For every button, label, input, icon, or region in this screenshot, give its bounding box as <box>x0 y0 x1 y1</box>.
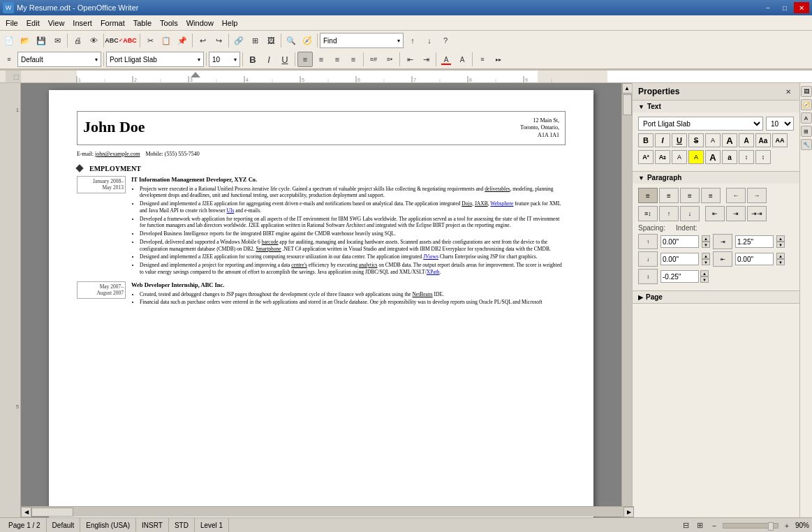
menu-format[interactable]: Format <box>96 17 129 29</box>
image-button[interactable]: 🖼 <box>263 33 279 48</box>
help-button[interactable]: ? <box>438 33 453 48</box>
superscript-button[interactable]: A² <box>638 150 654 164</box>
highlight-btn-prop[interactable]: A <box>688 150 704 164</box>
indent-before-input[interactable] <box>735 235 774 248</box>
para-spacing-btn3[interactable]: ↓ <box>680 206 700 221</box>
link-button[interactable]: 🔗 <box>231 33 246 48</box>
indent-before-spin-up[interactable]: ▲ <box>776 235 785 242</box>
print-button[interactable]: 🖨 <box>70 33 85 48</box>
text-size-down-button[interactable]: A <box>739 133 754 147</box>
font-dropdown[interactable]: Port Lligat Slab ▾ <box>106 52 204 67</box>
subscript-button[interactable]: A₂ <box>655 150 670 164</box>
maximize-button[interactable]: □ <box>777 2 792 13</box>
numbering-button[interactable]: ≡# <box>366 52 381 67</box>
gallery-side-icon[interactable]: ⊞ <box>801 126 812 137</box>
above-spin-down[interactable]: ▼ <box>702 242 710 248</box>
indent-after-input[interactable] <box>735 253 774 265</box>
below-spin-up[interactable]: ▲ <box>702 253 710 259</box>
find-button[interactable]: 🔍 <box>283 33 299 48</box>
decrease-indent-button[interactable]: ⇤ <box>402 52 418 67</box>
paragraph-section-header[interactable]: ▼ Paragraph <box>633 172 799 184</box>
small-aa-btn[interactable]: a <box>722 150 737 164</box>
redo-button[interactable]: ↪ <box>211 33 226 48</box>
size-select[interactable]: 10 <box>766 117 794 131</box>
para-spacing-btn2[interactable]: ↑ <box>659 206 679 221</box>
shadow-button[interactable]: A <box>672 150 687 164</box>
indent-after-spin-down[interactable]: ▼ <box>776 259 785 265</box>
menu-window[interactable]: Window <box>182 17 218 29</box>
font-color-button[interactable]: A <box>438 52 454 67</box>
text-size-up-button[interactable]: A <box>722 133 737 147</box>
properties-close-button[interactable]: ✕ <box>783 86 794 97</box>
bullets-button[interactable]: ≡• <box>382 52 397 67</box>
text-transform-2[interactable]: ↕ <box>755 150 771 164</box>
increase-indent-button[interactable]: ⇥ <box>418 52 434 67</box>
undo-button[interactable]: ↩ <box>195 33 210 48</box>
line-spacing-spin-down[interactable]: ▼ <box>700 276 709 283</box>
styles-list-button[interactable]: ≡ <box>1 52 17 67</box>
bold-button[interactable]: B <box>245 52 260 67</box>
line-spacing-spin-up[interactable]: ▲ <box>700 270 709 276</box>
para-align-right[interactable]: ≡ <box>680 188 700 203</box>
indent-after-spin-up[interactable]: ▲ <box>776 253 785 259</box>
scroll-left-btn[interactable]: ◀ <box>21 507 31 517</box>
navigator-side-icon[interactable]: 🧭 <box>801 99 812 110</box>
para-indent-btn2[interactable]: ⇥ <box>726 206 746 221</box>
text-transform-1[interactable]: ↕ <box>739 150 754 164</box>
para-spacing-btn1[interactable]: ≡↕ <box>638 206 658 221</box>
line-spacing-input[interactable] <box>660 270 699 283</box>
styles-side-icon[interactable]: A <box>801 112 812 124</box>
close-button[interactable]: ✕ <box>794 2 809 13</box>
above-spacing-input[interactable] <box>660 235 699 248</box>
find-dropdown[interactable]: Find ▾ <box>320 33 404 48</box>
font-select[interactable]: Port Lligat Slab <box>638 117 763 131</box>
highlight-button[interactable]: A <box>455 52 470 67</box>
more-formatting[interactable]: ▸▸ <box>491 52 506 67</box>
font-color-btn-prop[interactable]: A <box>705 133 721 147</box>
h-scroll-thumb[interactable] <box>31 508 73 517</box>
scroll-thumb[interactable] <box>623 94 632 115</box>
text-strikethrough-button[interactable]: S <box>688 133 704 147</box>
para-indent-btn3[interactable]: ⇥⇥ <box>747 206 767 221</box>
minimize-button[interactable]: − <box>760 2 776 13</box>
table-button[interactable]: ⊞ <box>247 33 263 48</box>
new-button[interactable]: 📄 <box>1 33 17 48</box>
scroll-track[interactable] <box>622 94 632 507</box>
view-normal-btn[interactable]: ⊞ <box>695 520 706 531</box>
autocorrect-button[interactable]: ABC <box>122 33 138 48</box>
underline-button[interactable]: U <box>277 52 293 67</box>
text-bold-button[interactable]: B <box>638 133 654 147</box>
para-align-justify[interactable]: ≡ <box>701 188 721 203</box>
email-button[interactable]: ✉ <box>50 33 65 48</box>
copy-button[interactable]: 📋 <box>158 33 174 48</box>
para-ltr[interactable]: ← <box>726 188 746 203</box>
paste-button[interactable]: 📌 <box>175 33 190 48</box>
extensions-side-icon[interactable]: 🔧 <box>801 139 812 150</box>
document-area[interactable]: John Doe 12 Main St, Toronto, Ontario, A… <box>21 83 621 517</box>
para-align-left[interactable]: ≡ <box>638 188 658 203</box>
above-spin-up[interactable]: ▲ <box>702 235 710 242</box>
para-rtl[interactable]: → <box>747 188 767 203</box>
preview-button[interactable]: 👁 <box>86 33 101 48</box>
justify-button[interactable]: ≡ <box>346 52 361 67</box>
italic-button[interactable]: I <box>261 52 276 67</box>
gallery-icon-btn[interactable]: 🖼 <box>801 86 812 97</box>
menu-edit[interactable]: Edit <box>22 17 44 29</box>
align-right-button[interactable]: ≡ <box>330 52 345 67</box>
zoom-out-btn[interactable]: − <box>709 520 720 531</box>
cut-button[interactable]: ✂ <box>142 33 158 48</box>
indent-before-spin-down[interactable]: ▼ <box>776 242 785 248</box>
below-spin-down[interactable]: ▼ <box>702 259 710 265</box>
big-aa-btn[interactable]: A <box>705 150 721 164</box>
font-size-dropdown[interactable]: 10 ▾ <box>209 52 240 67</box>
text-section-header[interactable]: ▼ Text <box>633 101 799 112</box>
scroll-up-button[interactable]: ▲ <box>622 83 633 94</box>
menu-tools[interactable]: Tools <box>156 17 182 29</box>
page-section-header[interactable]: ▶ Page <box>633 291 799 303</box>
align-center-button[interactable]: ≡ <box>313 52 329 67</box>
text-underline-button[interactable]: U <box>672 133 687 147</box>
zoom-in-btn[interactable]: + <box>781 520 792 531</box>
para-indent-btn1[interactable]: ⇤ <box>705 206 725 221</box>
menu-table[interactable]: Table <box>129 17 156 29</box>
text-italic-button[interactable]: I <box>655 133 670 147</box>
